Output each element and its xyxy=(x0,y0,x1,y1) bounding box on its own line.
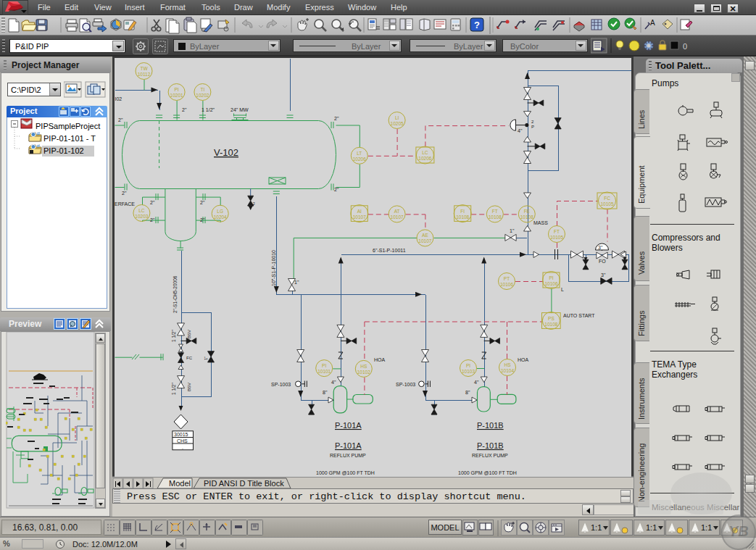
svg-text:2": 2" xyxy=(334,116,339,121)
svg-text:2": 2" xyxy=(200,200,205,205)
svg-text:P-101B: P-101B xyxy=(477,441,504,450)
svg-text:8": 8" xyxy=(465,390,470,395)
svg-text:10112: 10112 xyxy=(138,72,151,77)
svg-text:1 1/2": 1 1/2" xyxy=(171,383,176,395)
svg-text:HOA: HOA xyxy=(518,357,529,362)
svg-text:10202: 10202 xyxy=(196,93,209,98)
svg-text:REFLUX PUMP: REFLUX PUMP xyxy=(472,453,508,458)
svg-text:10108: 10108 xyxy=(489,214,502,220)
svg-text:10106: 10106 xyxy=(500,282,513,287)
svg-text:10206: 10206 xyxy=(353,157,366,162)
svg-text:PID ANSI D Title Block: PID ANSI D Title Block xyxy=(204,479,284,488)
svg-text:Model: Model xyxy=(169,479,191,488)
svg-text:10203: 10203 xyxy=(135,214,148,219)
svg-text:P-101B: P-101B xyxy=(477,421,504,430)
svg-text:FC: FC xyxy=(186,356,193,360)
svg-text:FE: FE xyxy=(524,209,531,214)
svg-text:LC: LC xyxy=(138,208,145,213)
svg-text:LT: LT xyxy=(357,151,362,156)
svg-text:LI: LI xyxy=(395,115,399,120)
svg-text:1000 GPM @100 FT TDH: 1000 GPM @100 FT TDH xyxy=(458,470,517,475)
svg-text:SP-1003: SP-1003 xyxy=(271,382,291,387)
svg-text:2": 2" xyxy=(182,107,187,112)
svg-text:24" MW: 24" MW xyxy=(230,107,249,112)
svg-text:8": 8" xyxy=(323,390,328,395)
svg-text:PI: PI xyxy=(322,363,326,368)
svg-text:10201: 10201 xyxy=(170,93,183,98)
svg-text:0: 0 xyxy=(683,42,687,51)
svg-text:P-101A: P-101A xyxy=(335,421,362,430)
svg-text:AT: AT xyxy=(394,209,400,214)
svg-text:LG: LG xyxy=(217,209,223,214)
svg-text:1:1: 1:1 xyxy=(701,523,712,532)
svg-text:10107: 10107 xyxy=(418,238,431,243)
svg-text:10204: 10204 xyxy=(214,214,227,220)
svg-text:I02: I02 xyxy=(115,96,122,101)
svg-text:2"-S1-CH5-20006: 2"-S1-CH5-20006 xyxy=(173,275,178,313)
svg-text:10101: 10101 xyxy=(317,369,331,374)
svg-text:1 1/2": 1 1/2" xyxy=(171,330,176,342)
svg-text:FO: FO xyxy=(599,259,606,264)
svg-text:2": 2" xyxy=(150,217,155,222)
svg-text:P: P xyxy=(531,125,534,129)
svg-text:2": 2" xyxy=(200,217,205,222)
svg-text:2": 2" xyxy=(334,187,339,192)
svg-text:1 1/2": 1 1/2" xyxy=(202,107,215,112)
svg-text:PI: PI xyxy=(549,275,553,280)
svg-text:2": 2" xyxy=(150,200,155,205)
svg-text:1000 GPM @100 FT TDH: 1000 GPM @100 FT TDH xyxy=(316,470,375,475)
svg-text:SP-1003: SP-1003 xyxy=(396,382,415,387)
svg-text:PI: PI xyxy=(466,363,470,368)
svg-text:1:1: 1:1 xyxy=(646,523,657,532)
svg-text:TI: TI xyxy=(201,87,205,92)
svg-text:MASS: MASS xyxy=(533,220,548,225)
svg-text:V-102: V-102 xyxy=(214,147,238,158)
svg-text:10206: 10206 xyxy=(418,156,431,161)
svg-text:4": 4" xyxy=(474,380,479,385)
svg-text:10108: 10108 xyxy=(520,214,533,220)
svg-text:10104: 10104 xyxy=(501,368,514,373)
svg-text:BSV: BSV xyxy=(187,330,191,338)
svg-text:2": 2" xyxy=(118,117,123,122)
svg-text:1": 1" xyxy=(510,228,515,233)
svg-text:1:1: 1:1 xyxy=(591,523,602,532)
svg-text:10105: 10105 xyxy=(550,235,563,240)
svg-text:A: A xyxy=(650,19,655,27)
svg-text:ERFACE: ERFACE xyxy=(115,201,135,207)
svg-text:HS: HS xyxy=(504,362,511,367)
svg-text:3": 3" xyxy=(598,245,603,250)
svg-text:P-101A: P-101A xyxy=(335,441,362,450)
svg-text:PI: PI xyxy=(175,87,179,92)
svg-text:4": 4" xyxy=(331,380,336,385)
svg-text:AI: AI xyxy=(357,209,362,214)
svg-text:FI: FI xyxy=(460,209,465,214)
svg-text:10"-S1-P-10010: 10"-S1-P-10010 xyxy=(271,250,276,286)
svg-text:FT: FT xyxy=(492,209,498,214)
svg-text:PT: PT xyxy=(504,276,510,281)
svg-text:2: 2 xyxy=(253,201,256,206)
svg-text:LC: LC xyxy=(422,150,428,155)
svg-text:3": 3" xyxy=(601,272,606,278)
svg-text:AE: AE xyxy=(422,233,428,238)
svg-text:10205: 10205 xyxy=(391,121,404,126)
svg-text:AUTO START: AUTO START xyxy=(563,313,595,318)
svg-text:10102: 10102 xyxy=(357,370,370,375)
svg-text:CHS: CHS xyxy=(177,438,188,443)
svg-text:10105: 10105 xyxy=(600,201,613,207)
svg-text:.: . xyxy=(182,445,183,450)
svg-text:4": 4" xyxy=(518,128,523,133)
svg-text:10107: 10107 xyxy=(353,214,366,220)
svg-text:10107: 10107 xyxy=(391,214,404,220)
svg-text:10108: 10108 xyxy=(544,322,557,327)
svg-text:30015: 30015 xyxy=(174,432,188,437)
svg-text:?: ? xyxy=(474,20,480,30)
svg-text:REFLUX PUMP: REFLUX PUMP xyxy=(330,453,366,458)
svg-text:1": 1" xyxy=(294,280,299,285)
svg-text:2: 2 xyxy=(531,120,534,124)
svg-text:FT: FT xyxy=(554,229,560,234)
svg-text:HS: HS xyxy=(360,364,367,369)
svg-text:PS: PS xyxy=(548,316,554,321)
svg-text:BSV: BSV xyxy=(187,383,191,391)
svg-text:2": 2" xyxy=(122,191,127,196)
svg-text:10106: 10106 xyxy=(544,281,557,286)
